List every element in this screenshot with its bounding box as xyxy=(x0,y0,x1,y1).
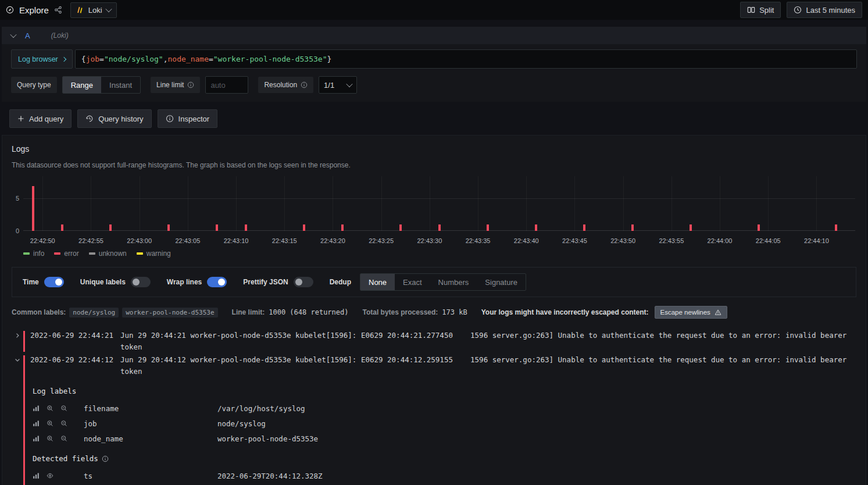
time-toggle[interactable] xyxy=(44,277,64,287)
unique-labels-toggle[interactable] xyxy=(131,277,151,287)
x-tick-label: 22:43:45 xyxy=(562,237,587,244)
query-type-instant[interactable]: Instant xyxy=(101,77,140,93)
filter-out-value-icon[interactable] xyxy=(60,420,67,427)
gridline xyxy=(140,176,140,231)
info-icon xyxy=(301,81,308,88)
gridline xyxy=(768,176,769,231)
legend-swatch xyxy=(137,252,143,255)
logs-meta-row: Common labels: node/syslog worker-pool-n… xyxy=(12,306,856,319)
legend-item-info[interactable]: info xyxy=(23,249,44,258)
common-label-badge: node/syslog xyxy=(69,308,119,318)
dedup-options: None Exact Numbers Signature xyxy=(360,273,526,291)
query-expression-input[interactable]: {job="node/syslog",node_name="worker-poo… xyxy=(75,49,857,69)
filter-for-value-icon[interactable] xyxy=(47,420,53,427)
query-type-range[interactable]: Range xyxy=(63,77,101,93)
total-bytes-label: Total bytes processed: xyxy=(363,308,438,316)
total-bytes-value: 173 kB xyxy=(442,308,467,316)
dedup-option-numbers[interactable]: Numbers xyxy=(430,274,477,290)
add-query-button[interactable]: Add query xyxy=(9,109,72,128)
gridline xyxy=(236,176,237,231)
wrap-lines-label: Wrap lines xyxy=(167,278,202,286)
common-label-badge: worker-pool-node-d5353e xyxy=(122,308,217,318)
log-row[interactable]: 2022-06-29 22:44:21 Jun 29 20:44:21 work… xyxy=(12,329,856,354)
explore-compass-icon xyxy=(6,6,14,14)
eye-icon[interactable] xyxy=(47,472,53,479)
label-key: node_name xyxy=(84,434,217,443)
collapse-row-icon[interactable] xyxy=(12,354,23,485)
split-button[interactable]: Split xyxy=(740,2,781,18)
label-row: node_name worker-pool-node-d5353e xyxy=(33,431,856,446)
log-row-expanded[interactable]: 2022-06-29 22:44:12 Jun 29 20:44:12 work… xyxy=(12,354,856,485)
dedup-option-signature[interactable]: Signature xyxy=(477,274,526,290)
detected-fields-title: Detected fields xyxy=(33,454,856,463)
log-timestamp: 2022-06-29 22:44:12 xyxy=(30,354,113,377)
clock-icon xyxy=(794,6,802,14)
share-icon[interactable] xyxy=(54,6,62,14)
filter-out-value-icon[interactable] xyxy=(60,435,67,442)
filter-for-value-icon[interactable] xyxy=(47,435,53,442)
histogram-bar xyxy=(32,186,34,231)
line-limit-label: Line limit xyxy=(151,77,200,93)
y-tick-label: 0 xyxy=(16,227,19,234)
inspector-button[interactable]: Inspector xyxy=(158,109,217,128)
expand-row-icon[interactable] xyxy=(12,330,23,353)
stats-icon[interactable] xyxy=(33,405,40,412)
resolution-label-text: Resolution xyxy=(264,81,297,89)
x-tick-label: 22:43:15 xyxy=(272,237,297,244)
wrap-lines-toggle[interactable] xyxy=(207,277,227,287)
query-history-label: Query history xyxy=(98,115,143,123)
gridline xyxy=(623,176,624,231)
histogram-x-axis: 22:42:5022:42:5522:43:0022:43:0522:43:10… xyxy=(23,234,855,245)
query-history-button[interactable]: Query history xyxy=(77,109,151,128)
time-control: Time xyxy=(23,277,64,287)
query-token: , xyxy=(163,55,168,63)
filter-out-value-icon[interactable] xyxy=(60,405,67,412)
histogram-plot xyxy=(23,176,855,231)
legend-item-error[interactable]: error xyxy=(54,249,78,258)
resolution-select[interactable]: 1/1 xyxy=(319,76,357,94)
dedup-option-exact[interactable]: Exact xyxy=(395,274,430,290)
gridline xyxy=(526,176,527,231)
label-value: worker-pool-node-d5353e xyxy=(217,434,318,443)
escape-newlines-button[interactable]: Escape newlines xyxy=(655,306,727,319)
prettify-json-toggle[interactable] xyxy=(294,277,313,287)
x-tick-label: 22:43:30 xyxy=(417,237,442,244)
query-token: "node/syslog" xyxy=(104,55,163,63)
histogram-bar xyxy=(583,224,585,231)
query-row-header[interactable]: A (Loki) xyxy=(2,27,866,44)
info-icon xyxy=(102,455,109,462)
chevron-right-icon xyxy=(62,56,66,61)
gridline xyxy=(91,176,91,231)
legend-swatch xyxy=(23,252,30,255)
histogram-bar xyxy=(341,224,344,231)
log-browser-label: Log browser xyxy=(18,55,58,63)
label-value: node/syslog xyxy=(217,419,266,428)
log-level-indicator xyxy=(23,331,25,352)
legend-label: error xyxy=(64,249,78,258)
log-row-details: Log labels filename /var/log/host/syslog xyxy=(33,387,856,485)
label-key: filename xyxy=(84,404,217,413)
x-tick-label: 22:43:35 xyxy=(466,237,491,244)
time-range-label: Last 5 minutes xyxy=(806,6,855,15)
label-row: filename /var/log/host/syslog xyxy=(33,401,856,416)
dedup-option-none[interactable]: None xyxy=(360,274,395,290)
datasource-picker[interactable]: Loki xyxy=(70,2,117,18)
legend-item-warning[interactable]: warning xyxy=(137,249,171,258)
log-message: Jun 29 20:44:21 worker-pool-node-d5353e … xyxy=(120,330,856,353)
stats-icon[interactable] xyxy=(33,435,40,442)
dedup-label: Dedup xyxy=(330,278,351,286)
histogram-bar xyxy=(245,224,247,231)
gridline xyxy=(42,176,43,231)
line-limit-input[interactable] xyxy=(205,76,248,94)
legend-item-unknown[interactable]: unknown xyxy=(89,249,127,258)
stats-icon[interactable] xyxy=(33,420,40,427)
dedup-control: Dedup None Exact Numbers Signature xyxy=(330,273,526,291)
stats-icon[interactable] xyxy=(33,472,40,479)
filter-for-value-icon[interactable] xyxy=(47,405,53,412)
time-range-picker[interactable]: Last 5 minutes xyxy=(787,2,862,18)
histogram-bar xyxy=(835,224,837,231)
log-browser-button[interactable]: Log browser xyxy=(11,49,73,69)
x-tick-label: 22:42:55 xyxy=(78,237,103,244)
field-key: ts xyxy=(84,472,217,480)
collapse-query-icon[interactable] xyxy=(10,31,16,38)
